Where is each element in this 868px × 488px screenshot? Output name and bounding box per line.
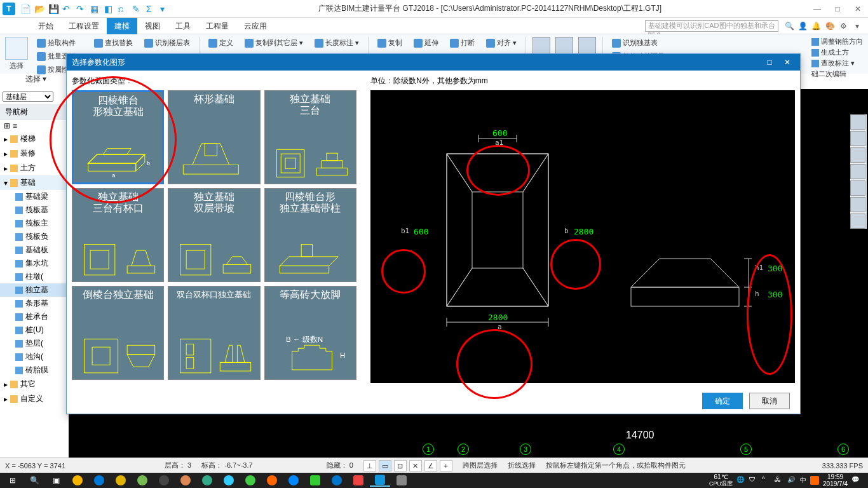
tab-quantity[interactable]: 工程量 — [198, 18, 236, 34]
thumb-three-step-cup[interactable]: 独立基础三台有杯口 — [72, 188, 164, 282]
qat-icon[interactable]: ▾ — [160, 4, 170, 14]
minimize-icon[interactable]: — — [810, 4, 825, 13]
status-toggle[interactable]: ✕ — [409, 460, 422, 471]
tree-item[interactable]: 基础梁 — [0, 190, 69, 203]
copy-button[interactable]: 复制 — [375, 37, 405, 49]
tree-folder-other[interactable]: ▸其它 — [0, 377, 69, 391]
tab-tools[interactable]: 工具 — [168, 18, 198, 34]
identify-foundation-table-button[interactable]: 识别独基表 — [609, 37, 667, 49]
rect-tool-icon[interactable] — [578, 37, 596, 55]
help-search-input[interactable]: 基础建模可以识别CAD图中的独基和承台吗？ — [645, 20, 778, 32]
tree-item[interactable]: 基础板 — [0, 243, 69, 257]
taskbar-app-active[interactable] — [370, 474, 390, 487]
view-tool-icon[interactable] — [850, 180, 865, 196]
tree-item[interactable]: 筏板主 — [0, 217, 69, 230]
qat-save-icon[interactable]: 💾 — [48, 4, 58, 14]
tree-item[interactable]: 桩(U) — [0, 323, 69, 337]
thumb-three-step[interactable]: 独立基础三台 — [264, 90, 356, 184]
dialog-close-icon[interactable]: ✕ — [780, 58, 795, 67]
taskbar-app[interactable] — [67, 474, 88, 487]
view-tool-icon[interactable] — [850, 214, 865, 229]
status-toggle[interactable]: ▭ — [379, 460, 391, 471]
maximize-icon[interactable]: □ — [830, 4, 845, 13]
tree-item[interactable]: 筏板负 — [0, 230, 69, 243]
qat-icon[interactable]: Σ — [146, 4, 156, 14]
view-tool-icon[interactable] — [850, 197, 865, 212]
parameter-preview[interactable]: 600 a1 2800 a b1 600 b 2800 h1 300 h 300 — [370, 90, 795, 383]
status-toggle[interactable]: ⊥ — [363, 460, 376, 471]
thumb-pyramid-independent[interactable]: 四棱锥台形独立基础 ab — [72, 90, 164, 184]
align-button[interactable]: 对齐 ▾ — [484, 37, 519, 49]
dim-h-value[interactable]: 300 — [768, 290, 782, 299]
tray-ime[interactable]: 中 — [800, 476, 806, 485]
view-tool-icon[interactable] — [850, 131, 865, 146]
taskbar-app[interactable] — [197, 474, 217, 487]
tree-item[interactable]: 柱墩( — [0, 270, 69, 283]
taskbar-app[interactable] — [391, 474, 412, 487]
taskbar-app[interactable] — [132, 474, 153, 487]
user-icon[interactable]: 👤 — [797, 22, 809, 30]
thumb-pyramid-with-column[interactable]: 四棱锥台形独立基础带柱 — [264, 188, 356, 282]
help-icon[interactable]: ▾ — [851, 22, 863, 30]
ok-button[interactable]: 确定 — [702, 393, 743, 409]
taskbar-app[interactable] — [327, 474, 347, 487]
taskbar-app[interactable] — [305, 474, 325, 487]
tab-cloud[interactable]: 云应用 — [236, 18, 275, 34]
break-button[interactable]: 打断 — [447, 37, 477, 49]
taskbar-app[interactable] — [89, 474, 109, 487]
taskbar-app[interactable] — [154, 474, 174, 487]
point-tool-icon[interactable] — [532, 37, 550, 55]
notification-icon[interactable]: 💬 — [851, 476, 860, 485]
tree-item[interactable]: 地沟( — [0, 350, 69, 363]
taskbar-app[interactable] — [283, 474, 304, 487]
define-button[interactable]: 定义 — [206, 37, 236, 49]
taskbar-app[interactable] — [219, 474, 239, 487]
extend-button[interactable]: 延伸 — [411, 37, 441, 49]
qat-undo-icon[interactable]: ↶ — [62, 4, 72, 14]
task-view-button[interactable]: ▣ — [46, 474, 66, 487]
settings-icon[interactable]: ⚙ — [838, 22, 850, 30]
tray-icon[interactable]: 🛡 — [749, 476, 758, 485]
line-tool-icon[interactable] — [555, 37, 573, 55]
thumb-cup-foundation[interactable]: 杯形基础 — [168, 90, 260, 184]
thumb-inverted-pyramid[interactable]: 倒棱台独立基础 — [72, 286, 164, 380]
tree-folder-stairs[interactable]: ▸楼梯 — [0, 132, 69, 146]
tree-item[interactable]: 垫层( — [0, 337, 69, 350]
search-button[interactable]: 🔍 — [24, 474, 44, 487]
tray-icon[interactable] — [810, 476, 819, 485]
view-tool-icon[interactable] — [850, 164, 865, 179]
status-toggle[interactable]: ⊡ — [394, 460, 407, 471]
tab-start[interactable]: 开始 — [31, 18, 61, 34]
tree-item[interactable]: 条形基 — [0, 297, 69, 310]
polyline-select[interactable]: 折线选择 — [508, 461, 536, 470]
dim-h1-value[interactable]: 300 — [768, 264, 782, 273]
close-icon[interactable]: ✕ — [850, 4, 865, 13]
qat-icon[interactable]: ⎌ — [118, 4, 128, 14]
tray-chevron-icon[interactable]: ^ — [762, 476, 771, 485]
dim-a-value[interactable]: 2800 — [488, 313, 508, 322]
taskbar-app[interactable] — [111, 474, 131, 487]
tree-view-mode-icon[interactable]: ≡ — [13, 121, 17, 130]
qat-icon[interactable]: ✎ — [132, 4, 142, 14]
tree-folder-decoration[interactable]: ▸装修 — [0, 146, 69, 161]
dialog-maximize-icon[interactable]: □ — [762, 58, 777, 67]
adjust-rebar-direction-button[interactable]: 调整钢筋方向 — [811, 37, 863, 46]
search-icon[interactable]: 🔍 — [783, 22, 795, 30]
qat-redo-icon[interactable]: ↷ — [76, 4, 86, 14]
copy-to-other-floor-button[interactable]: 复制到其它层 ▾ — [242, 37, 306, 49]
qat-new-icon[interactable]: 📄 — [20, 4, 31, 14]
tray-network-icon[interactable]: 🖧 — [775, 476, 783, 485]
qat-icon[interactable]: ▦ — [90, 4, 100, 14]
tree-item[interactable]: 桩承台 — [0, 310, 69, 323]
start-button[interactable]: ⊞ — [3, 474, 23, 487]
dim-b-value[interactable]: 2800 — [574, 227, 593, 236]
qat-open-icon[interactable]: 📂 — [34, 4, 44, 14]
tree-folder-earthwork[interactable]: ▸土方 — [0, 161, 69, 175]
find-replace-button[interactable]: 查找替换 — [92, 37, 135, 49]
tree-item[interactable]: 集水坑 — [0, 257, 69, 270]
tree-expand-icon[interactable]: ⊞ — [4, 121, 10, 130]
tab-view[interactable]: 视图 — [137, 18, 168, 34]
status-toggle[interactable]: ∠ — [424, 460, 437, 471]
tree-item[interactable]: 筏板基 — [0, 203, 69, 217]
tray-volume-icon[interactable]: 🔊 — [787, 476, 796, 485]
